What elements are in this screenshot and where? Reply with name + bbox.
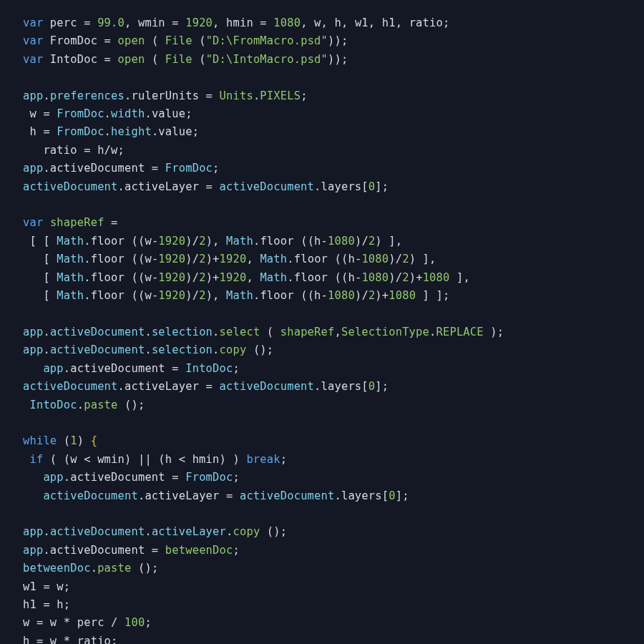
code-token: perc = (43, 16, 97, 29)
code-token: app (23, 343, 43, 356)
code-token: ; (233, 362, 239, 375)
code-token: ; (213, 162, 219, 175)
code-token: ) ], (409, 253, 436, 265)
code-token: ) ], (375, 235, 402, 248)
code-token: 99.0 (97, 16, 125, 29)
code-token: )); (328, 53, 348, 66)
code-token: ], (450, 271, 470, 284)
code-token: )/ (185, 289, 199, 302)
code-token: h = (23, 125, 57, 138)
code-token: )/ (185, 271, 199, 284)
code-token: (); (260, 525, 287, 538)
code-token: ( (192, 34, 206, 47)
code-token: ]; (375, 180, 389, 193)
code-token: .floor ((w- (84, 235, 158, 248)
code-token: .floor ((w- (84, 271, 158, 284)
code-token: 2 (369, 235, 375, 248)
code-token: . (77, 399, 84, 411)
code-token: 2 (199, 253, 205, 265)
code-token: while (23, 434, 57, 447)
code-token: selection (152, 343, 213, 356)
code-token: select (220, 326, 260, 338)
code-token: app (23, 326, 43, 338)
code-token: { (91, 434, 97, 447)
code-token: IntoDoc (185, 362, 233, 375)
code-token: Units (220, 89, 253, 102)
code-token: [ (23, 289, 57, 302)
code-token: .activeDocument = (43, 544, 165, 557)
code-token: .value; (152, 125, 199, 138)
code-token: .value; (145, 107, 192, 120)
code-token: (); (131, 562, 158, 575)
code-token: w = (23, 107, 57, 120)
code-token: .layers[ (314, 380, 369, 393)
code-token: if (29, 453, 43, 466)
code-token: app (43, 471, 63, 484)
code-token: open (118, 34, 145, 47)
code-token: 1920 (158, 289, 185, 302)
code-token: = (104, 216, 118, 229)
code-token: . (213, 326, 219, 338)
code-token: ( (192, 53, 206, 66)
code-token: 1920 (158, 271, 185, 284)
code-token: paste (84, 399, 117, 411)
code-token: open (118, 53, 145, 66)
code-token: . (213, 343, 219, 356)
code-token: FromDoc (57, 125, 104, 138)
code-token: . (104, 107, 111, 120)
code-token: .floor ((h- (253, 289, 328, 302)
code-token: [ (23, 271, 57, 284)
code-token: . (43, 326, 49, 338)
code-token: h = w * ratio; (23, 635, 118, 644)
code-token: .layers[ (314, 180, 369, 193)
code-token (23, 362, 43, 375)
code-token: 2 (369, 289, 375, 302)
code-token: 2 (199, 235, 205, 248)
code-block: var perc = 99.0, wmin = 1920, hmin = 108… (0, 0, 644, 644)
code-token: ( (57, 434, 70, 447)
code-token: )/ (355, 289, 369, 302)
code-token: var (23, 16, 43, 29)
code-token: 1 (70, 434, 77, 447)
code-token: 2 (402, 253, 409, 265)
code-token: .activeDocument = (64, 362, 185, 375)
code-token (23, 489, 43, 502)
code-token: app (43, 362, 63, 375)
code-token: 1920 (185, 16, 213, 29)
code-token: 0 (369, 380, 375, 393)
code-token: ), (206, 289, 226, 302)
code-token: selection (152, 326, 213, 338)
code-token: app (23, 525, 43, 538)
code-token: .floor ((w- (84, 253, 158, 265)
code-token: width (111, 107, 145, 120)
code-token: .rulerUnits = (125, 89, 220, 102)
code-token: activeDocument (23, 180, 118, 193)
code-token: .floor ((h- (287, 253, 361, 265)
code-token: ; (280, 453, 287, 466)
code-token: app (23, 89, 43, 102)
code-token: File (165, 34, 192, 47)
code-token: activeDocument (220, 380, 315, 393)
code-token: var (23, 34, 43, 47)
code-token (43, 216, 49, 229)
code-token: (); (118, 399, 145, 411)
code-token: activeDocument (50, 525, 145, 538)
code-token: activeDocument (23, 380, 118, 393)
code-token: .floor ((h- (253, 235, 328, 248)
code-token: . (43, 343, 49, 356)
code-token: IntoDoc = (43, 53, 117, 66)
code-token: activeDocument (220, 180, 315, 193)
code-token: .activeDocument = (43, 162, 165, 175)
code-token: 1920 (220, 253, 247, 265)
code-token: 1080 (328, 235, 355, 248)
code-token: Math (260, 271, 287, 284)
code-token: activeLayer (152, 525, 226, 538)
code-token: ] ]; (416, 289, 449, 302)
code-token: ( (260, 326, 280, 338)
code-token (23, 471, 43, 484)
code-token: activeDocument (50, 326, 145, 338)
code-token: w1 = w; (23, 580, 70, 593)
code-token: )+ (375, 289, 389, 302)
code-token: activeDocument (50, 343, 145, 356)
code-token: .activeLayer = (138, 489, 240, 502)
